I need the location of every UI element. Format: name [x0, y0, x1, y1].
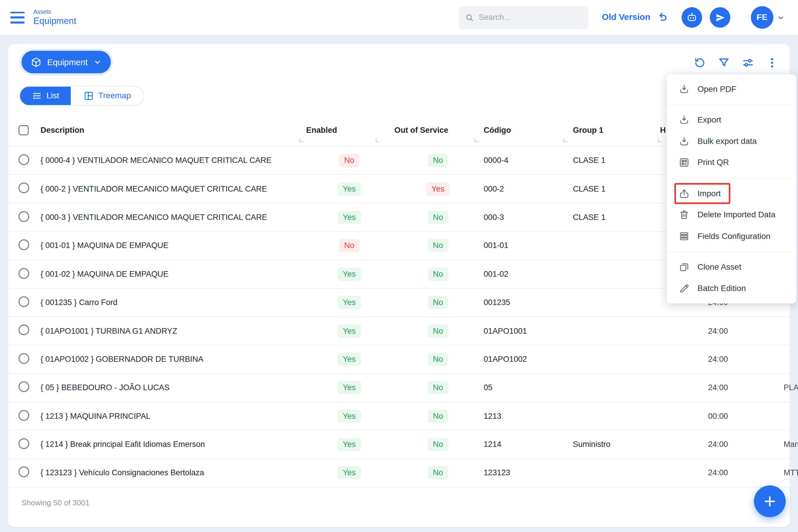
row-checkbox[interactable] — [18, 325, 29, 336]
tab-list[interactable]: List — [20, 87, 71, 105]
cell-group1: CLASE 1 — [573, 156, 606, 165]
add-asset-button[interactable] — [754, 486, 786, 517]
enabled-badge: No — [339, 154, 360, 167]
menu-item-delete-imported-data[interactable]: Delete Imported Data — [667, 204, 796, 226]
cell-enabled: Yes — [311, 267, 388, 281]
table-row[interactable]: { 1214 } Break principal Eafit Idiomas E… — [8, 431, 790, 459]
menu-item-import[interactable]: Import — [667, 183, 796, 205]
paper-plane-icon — [715, 12, 725, 23]
column-header-codigo[interactable]: Código — [484, 126, 511, 135]
plus-icon — [762, 494, 778, 509]
search-input[interactable] — [458, 6, 588, 29]
cell-enabled: Yes — [311, 466, 388, 480]
menu-divider — [667, 104, 796, 105]
robot-icon — [686, 12, 698, 24]
enabled-badge: Yes — [338, 211, 361, 224]
user-menu[interactable]: FE — [751, 6, 785, 28]
column-settings-button[interactable] — [741, 56, 755, 69]
filter-button[interactable] — [717, 56, 730, 69]
column-header-description[interactable]: Description — [40, 126, 84, 135]
enabled-badge: Yes — [338, 438, 361, 451]
table-toolbar — [693, 56, 779, 69]
row-checkbox[interactable] — [18, 381, 29, 392]
cell-out-of-service: No — [400, 296, 477, 309]
row-checkbox[interactable] — [18, 154, 29, 165]
assistant-button[interactable] — [682, 7, 702, 28]
row-checkbox[interactable] — [18, 410, 29, 421]
table-row[interactable]: { 1213 } MAQUINA PRINCIPALYesNo121300:00 — [8, 402, 790, 431]
row-checkbox[interactable] — [18, 438, 29, 449]
cell-description: { 0000-4 } VENTILADOR MECANICO MAQUET CR… — [40, 156, 272, 165]
menu-item-label: Open PDF — [698, 84, 736, 94]
kebab-menu-icon — [765, 56, 778, 69]
cell-description: { 1213 } MAQUINA PRINCIPAL — [40, 412, 150, 421]
cell-group1: Suministro — [573, 440, 610, 449]
row-checkbox[interactable] — [18, 211, 29, 222]
row-checkbox[interactable] — [18, 183, 29, 194]
row-checkbox[interactable] — [18, 268, 29, 279]
column-header-hours[interactable]: H — [660, 126, 666, 135]
cell-hours: 24:00 — [680, 440, 757, 449]
column-resize-mark — [300, 138, 303, 142]
column-header-group1[interactable]: Group 1 — [573, 126, 604, 135]
cell-codigo: 05 — [484, 383, 493, 393]
tab-treemap[interactable]: Treemap — [71, 87, 144, 105]
cell-out-of-service: Yes — [400, 182, 477, 196]
table-row[interactable]: { 05 } BEBEDOURO - JOÃO LUCASYesNo0524:0… — [8, 374, 790, 402]
menu-item-bulk-export-data[interactable]: Bulk export data — [667, 131, 796, 152]
cell-hours: 24:00 — [680, 326, 757, 336]
page-title: Equipment — [33, 17, 76, 26]
cell-extra: Man — [784, 440, 798, 449]
menu-divider — [667, 178, 796, 178]
column-resize-mark — [376, 138, 379, 142]
cell-hours: 24:00 — [680, 355, 757, 364]
column-header-out-of-service[interactable]: Out of Service — [394, 126, 448, 135]
table-row[interactable]: { 01APO1001 } TURBINA G1 ANDRYZYesNo01AP… — [8, 317, 790, 345]
enabled-badge: Yes — [338, 267, 361, 281]
old-version-button[interactable]: Old Version — [602, 12, 669, 24]
select-all-checkbox[interactable] — [18, 125, 29, 135]
out-of-service-badge: No — [428, 466, 448, 480]
hamburger-menu-icon[interactable] — [10, 12, 24, 23]
enabled-badge: Yes — [338, 353, 361, 366]
table-row[interactable]: { 123123 } Vehículo Consignaciones Berto… — [8, 459, 790, 487]
cell-group1: CLASE 1 — [573, 184, 606, 194]
out-of-service-badge: No — [428, 296, 448, 309]
column-resize-mark — [563, 138, 567, 142]
row-checkbox[interactable] — [18, 353, 29, 364]
search-field[interactable] — [479, 13, 582, 22]
cell-codigo: 0000-4 — [484, 156, 508, 165]
menu-item-print-qr[interactable]: Print QR — [667, 152, 796, 173]
cell-hours: 24:00 — [680, 468, 757, 478]
row-checkbox[interactable] — [18, 296, 29, 307]
cell-enabled: Yes — [311, 353, 388, 366]
tab-treemap-label: Treemap — [98, 91, 131, 101]
menu-item-clone-asset[interactable]: Clone Asset — [667, 256, 796, 278]
menu-item-fields-configuration[interactable]: Fields Configuration — [667, 226, 796, 247]
cell-extra: PLA — [784, 383, 798, 393]
cell-codigo: 1213 — [484, 412, 501, 421]
cell-group1: CLASE 1 — [573, 213, 606, 222]
cell-description: { 001235 } Carro Ford — [40, 298, 117, 307]
cell-out-of-service: No — [400, 211, 477, 224]
cell-codigo: 001-02 — [484, 269, 508, 279]
menu-item-batch-edition[interactable]: Batch Edition — [667, 278, 796, 299]
column-header-enabled[interactable]: Enabled — [306, 126, 337, 135]
more-options-button[interactable] — [765, 56, 779, 69]
send-feedback-button[interactable] — [710, 7, 730, 28]
row-checkbox[interactable] — [18, 467, 29, 477]
out-of-service-badge: No — [428, 353, 448, 366]
avatar[interactable]: FE — [751, 6, 774, 28]
undo-icon — [656, 12, 669, 24]
menu-item-open-pdf[interactable]: Open PDF — [667, 78, 796, 100]
row-checkbox[interactable] — [18, 240, 29, 250]
cell-out-of-service: No — [400, 353, 477, 366]
cell-out-of-service: No — [400, 267, 477, 281]
table-row[interactable]: { 01APO1002 } GOBERNADOR DE TURBINAYesNo… — [8, 345, 790, 374]
equipment-dropdown-button[interactable]: Equipment — [22, 51, 111, 73]
menu-item-export[interactable]: Export — [667, 109, 796, 131]
cell-enabled: No — [311, 239, 388, 252]
cell-description: { 000-3 } VENTILADOR MECANICO MAQUET CRI… — [40, 213, 267, 222]
pencil-icon — [679, 283, 690, 294]
history-button[interactable] — [693, 56, 706, 69]
